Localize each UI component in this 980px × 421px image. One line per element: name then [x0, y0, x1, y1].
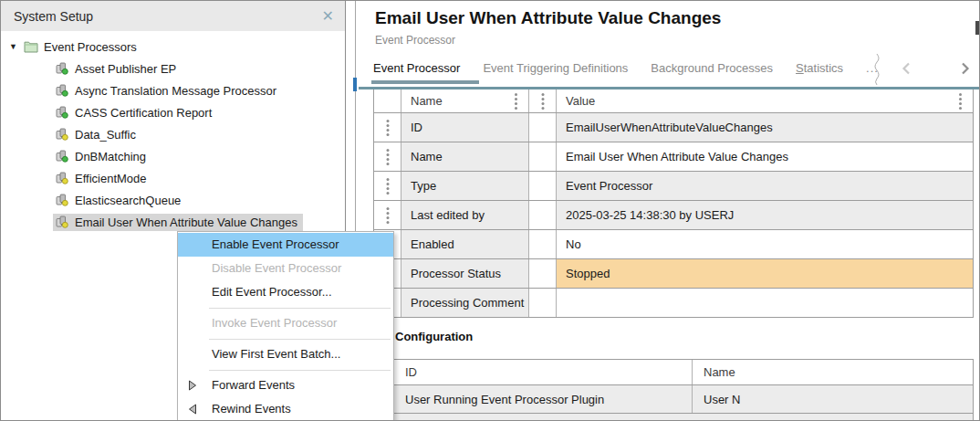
tree-item-selected[interactable]: Email User When Attribute Value Changes [1, 211, 345, 233]
config-column-id[interactable]: ID [394, 360, 693, 384]
tab-background-processes[interactable]: Background Processes [651, 61, 773, 75]
property-name: Type [401, 172, 529, 200]
event-processor-icon [55, 106, 69, 119]
row-drag-handle[interactable] [374, 142, 401, 171]
properties-table: Name Value ID EmailUserWhenAttributeValu… [373, 89, 974, 318]
property-value[interactable]: 2025-03-25 14:38:30 by USERJ [557, 201, 973, 229]
menu-item-forward-events[interactable]: Forward Events [178, 374, 393, 397]
row-drag-handle[interactable] [374, 113, 401, 142]
column-grip-icon[interactable] [515, 93, 517, 96]
menu-item-rewind-events[interactable]: Rewind Events [178, 397, 393, 421]
menu-separator [178, 304, 393, 311]
row-gutter-header [374, 89, 401, 112]
event-processor-icon [55, 172, 69, 184]
property-value[interactable] [557, 289, 973, 317]
tree-item-label: ElasticsearchQueue [75, 194, 181, 207]
event-processor-icon [55, 216, 69, 228]
tree-item-label: CASS Certification Report [75, 106, 212, 120]
splitter-handle[interactable] [353, 78, 357, 91]
forward-triangle-icon [188, 380, 197, 391]
menu-item-edit-event-processor[interactable]: Edit Event Processor... [178, 280, 393, 304]
menu-separator [178, 335, 393, 342]
property-flag-cell [529, 230, 557, 258]
column-header-value-label: Value [566, 94, 595, 108]
property-flag-cell [529, 201, 557, 229]
status-value[interactable]: Stopped [557, 259, 973, 288]
tab-bar: Event Processor Event Triggering Definit… [373, 61, 882, 75]
column-grip-icon[interactable] [541, 93, 544, 96]
property-name: Processing Comment [401, 289, 529, 317]
column-header-value[interactable]: Value [557, 89, 973, 112]
properties-header-row: Name Value [374, 89, 973, 113]
configuration-header-row: ID Name [394, 360, 973, 385]
column-header-name-label: Name [411, 94, 443, 108]
menu-item-view-first-event-batch[interactable]: View First Event Batch... [178, 342, 393, 366]
event-processor-icon [55, 128, 69, 141]
tree-item[interactable]: DnBMatching [1, 145, 345, 167]
tree-item[interactable]: ElasticsearchQueue [1, 189, 345, 211]
row-drag-handle[interactable] [374, 201, 401, 229]
tree-item-label: DnBMatching [75, 150, 146, 163]
grip-icon [386, 149, 389, 152]
tab-event-triggering-definitions[interactable]: Event Triggering Definitions [483, 61, 628, 75]
close-icon[interactable]: ✕ [322, 9, 334, 24]
property-value[interactable]: Email User When Attribute Value Changes [557, 142, 973, 171]
panel-title: System Setup [14, 9, 93, 24]
configuration-heading: Configuration [395, 330, 473, 343]
property-flag-cell [529, 289, 557, 317]
tree-item[interactable]: CASS Certification Report [1, 101, 345, 123]
menu-item-label: Forward Events [212, 378, 295, 392]
property-value[interactable]: Event Processor [557, 172, 973, 200]
tree-root-event-processors[interactable]: ▼ Event Processors [1, 36, 345, 58]
table-row: Processor Status Stopped [374, 259, 973, 289]
tree-item-label: Async Translation Message Processor [75, 84, 276, 98]
table-row: Processing Comment [374, 289, 973, 318]
tree-item-label: EfficientMode [75, 172, 147, 185]
config-column-name[interactable]: Name [693, 360, 973, 384]
menu-item-disable-event-processor: Disable Event Processor [178, 257, 393, 280]
tree-item[interactable]: EfficientMode [1, 167, 345, 189]
tree-item[interactable]: Data_Suffic [1, 123, 345, 145]
tree-item[interactable]: Asset Publisher EP [1, 58, 345, 79]
event-processor-icon [55, 150, 69, 163]
property-flag-cell [529, 172, 557, 200]
tab-scroll-right-icon[interactable] [957, 61, 972, 76]
event-processors-tree: ▼ Event Processors Asset Publisher EP [1, 36, 345, 233]
tree-item-label: Email User When Attribute Value Changes [75, 216, 297, 229]
property-name: ID [401, 113, 529, 142]
property-name: Processor Status [401, 259, 529, 288]
rewind-triangle-icon [188, 404, 197, 415]
tree-item-label: Data_Suffic [75, 128, 136, 142]
property-flag-cell [529, 142, 557, 171]
event-processor-icon [55, 62, 69, 75]
grip-icon [386, 120, 389, 122]
config-row-id: User Running Event Processor Plugin [394, 385, 693, 413]
menu-separator [178, 366, 393, 374]
grip-icon [386, 207, 389, 210]
tab-statistics[interactable]: Statistics [796, 61, 843, 75]
page-title: Email User When Attribute Value Changes [375, 8, 721, 28]
configuration-table: ID Name User Running Event Processor Plu… [393, 359, 974, 421]
property-flag-cell [529, 259, 557, 288]
chevron-down-icon[interactable]: ▼ [9, 42, 24, 51]
column-grip-icon[interactable] [959, 93, 962, 96]
table-row: Enabled No [374, 230, 973, 259]
row-drag-handle[interactable] [374, 172, 401, 200]
panel-header: System Setup ✕ [1, 1, 345, 31]
table-row-clipped [394, 414, 973, 421]
table-row[interactable]: User Running Event Processor Plugin User… [394, 385, 973, 414]
table-row: Type Event Processor [374, 172, 973, 201]
menu-item-enable-event-processor[interactable]: Enable Event Processor [178, 233, 393, 257]
menu-item-invoke-event-processor: Invoke Event Processor [178, 311, 393, 335]
grip-icon [386, 178, 389, 181]
property-value[interactable]: No [557, 230, 973, 258]
tab-event-processor[interactable]: Event Processor [373, 61, 460, 75]
column-header-flags[interactable] [529, 89, 557, 112]
property-flag-cell [529, 113, 557, 142]
property-value[interactable]: EmailUserWhenAttributeValueChanges [557, 113, 973, 142]
tree-item[interactable]: Async Translation Message Processor [1, 79, 345, 101]
table-row: ID EmailUserWhenAttributeValueChanges [374, 113, 973, 142]
column-header-name[interactable]: Name [401, 89, 529, 112]
folder-icon [24, 40, 38, 53]
page-subtitle: Event Processor [375, 34, 455, 47]
